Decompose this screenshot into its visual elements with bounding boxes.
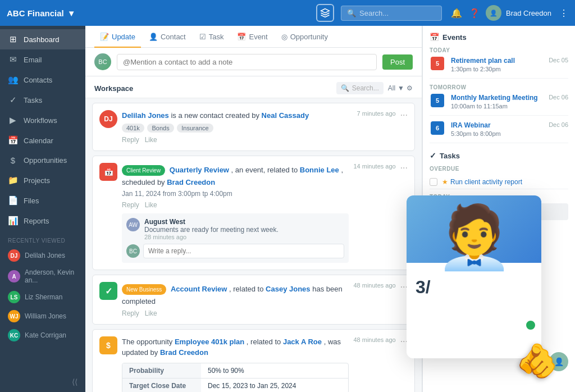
- reply-action-2[interactable]: Reply: [122, 201, 139, 209]
- recent-name-3: Liz Sherman: [25, 293, 62, 301]
- reports-icon: 📊: [8, 216, 18, 226]
- recent-item-1[interactable]: DJ Delilah Jones: [0, 246, 85, 265]
- sidebar-item-reports[interactable]: 📊 Reports: [0, 211, 85, 231]
- reply-text-input[interactable]: [143, 244, 344, 258]
- feed-related-3[interactable]: Casey Jones: [266, 285, 311, 293]
- like-action-1[interactable]: Like: [145, 136, 157, 144]
- feed-more-2[interactable]: ···: [400, 163, 408, 173]
- task-title-1[interactable]: ★ Run client activity report: [442, 178, 522, 186]
- sidebar-item-projects[interactable]: 📁 Projects: [0, 170, 85, 190]
- brand[interactable]: ABC Financial ▼: [7, 8, 76, 18]
- workspace-filter[interactable]: All ▼ ⚙: [388, 84, 413, 92]
- feed-author-4[interactable]: Brad Creedon: [160, 348, 208, 357]
- recent-item-2[interactable]: A Anderson, Kevin an...: [0, 265, 85, 288]
- reply-user-avatar: BC: [126, 244, 140, 258]
- tag-1-1[interactable]: 401k: [122, 124, 144, 133]
- feed-title-3[interactable]: Account Review: [171, 285, 227, 293]
- reply-action-1[interactable]: Reply: [122, 136, 139, 144]
- sidebar-item-tasks[interactable]: ✓ Tasks: [0, 90, 85, 110]
- more-icon[interactable]: ⋮: [559, 8, 568, 19]
- search-input[interactable]: [359, 9, 436, 17]
- sidebar-item-files[interactable]: 📄 Files: [0, 190, 85, 211]
- event-time-1: 1:30pm to 2:30pm: [451, 66, 568, 72]
- event-date-label-2: Dec 06: [549, 94, 568, 101]
- tab-task[interactable]: ☑ Task: [194, 26, 230, 48]
- workspace-search[interactable]: 🔍 Search...: [336, 82, 384, 94]
- calendar-icon: 📅: [8, 135, 18, 145]
- search-box[interactable]: 🔍: [341, 6, 442, 21]
- opp-row-1: Probability 50% to 90%: [122, 363, 348, 379]
- sidebar-item-workflows[interactable]: ▶ Workflows: [0, 110, 85, 130]
- recent-avatar-2: A: [8, 270, 20, 282]
- feed-actions-3: Reply Like: [122, 309, 349, 317]
- post-user-avatar: BC: [94, 53, 111, 70]
- events-tomorrow-label: TOMORROW: [430, 84, 568, 90]
- sidebar-item-calendar[interactable]: 📅 Calendar: [0, 130, 85, 151]
- feed-related-2[interactable]: Bonnie Lee: [300, 166, 339, 174]
- event-row-1: Retirement plan call Dec 05: [451, 57, 568, 65]
- opp-value-2: Dec 15, 2023 to Jan 25, 2024: [201, 379, 348, 393]
- sidebar-item-dashboard[interactable]: ⊞ Dashboard: [0, 29, 85, 49]
- opp-label-1: Probability: [122, 363, 201, 378]
- recent-item-4[interactable]: WJ William Jones: [0, 307, 85, 326]
- post-input[interactable]: [117, 54, 377, 70]
- event-date-label-3: Dec 06: [549, 121, 568, 128]
- reply-text-1: Documents are ready for meeting next wee…: [144, 226, 344, 234]
- sidebar-item-email[interactable]: ✉ Email: [0, 49, 85, 70]
- contacts-icon: 👥: [8, 75, 18, 85]
- sidebar-collapse-button[interactable]: ⟨⟨: [0, 372, 85, 392]
- sidebar-item-contacts[interactable]: 👥 Contacts: [0, 70, 85, 90]
- recent-name-2: Anderson, Kevin an...: [25, 268, 77, 284]
- like-action-3[interactable]: Like: [145, 309, 157, 317]
- user-info[interactable]: 👤 Brad Creedon ⋮: [486, 5, 568, 21]
- sidebar-label-contacts: Contacts: [24, 76, 52, 84]
- event-content-1: Retirement plan call Dec 05 1:30pm to 2:…: [451, 57, 568, 72]
- events-today-label: TODAY: [430, 47, 568, 53]
- reply-section-2: AW August West Documents are ready for m…: [122, 213, 349, 263]
- feed-avatar-1: DJ: [99, 110, 117, 128]
- notification-icon[interactable]: 🔔: [451, 8, 462, 19]
- ws-filter-label: All: [388, 84, 395, 92]
- feed-author-2[interactable]: Brad Creedon: [167, 178, 215, 186]
- tab-update-label: Update: [112, 33, 135, 41]
- tab-bar: 📝 Update 👤 Contact ☑ Task 📅 Event ◎: [85, 26, 422, 48]
- tasks-section-icon: ✓: [430, 151, 436, 160]
- reply-item-1: AW August West Documents are ready for m…: [126, 218, 344, 240]
- tab-update[interactable]: 📝 Update: [94, 26, 141, 48]
- feed-title-2[interactable]: Quarterly Review: [170, 166, 229, 174]
- opp-table: Probability 50% to 90% Target Close Date…: [122, 363, 349, 393]
- feed-opp-title[interactable]: Employee 401k plan: [175, 338, 244, 346]
- cursor-hand: 🫵: [516, 341, 558, 381]
- sidebar-label-workflows: Workflows: [24, 116, 57, 125]
- recent-item-3[interactable]: LS Liz Sherman: [0, 288, 85, 307]
- tab-contact[interactable]: 👤 Contact: [143, 26, 191, 48]
- recent-item-5[interactable]: KC Kate Corrigan: [0, 326, 85, 345]
- feed-tags-1: 401k Bonds Insurance: [122, 121, 353, 134]
- sidebar-label-dashboard: Dashboard: [24, 35, 60, 44]
- post-button[interactable]: Post: [382, 54, 413, 70]
- event-title-3[interactable]: IRA Webinar: [451, 121, 491, 129]
- feed-subject-1[interactable]: Delilah Jones: [122, 111, 169, 120]
- tag-1-3[interactable]: Insurance: [177, 124, 213, 133]
- event-date-1: 5: [430, 57, 445, 72]
- reply-content-1: August West Documents are ready for meet…: [144, 218, 344, 240]
- sidebar-item-opportunities[interactable]: $ Opportunities: [0, 151, 85, 170]
- feed-item-1-header: DJ Delilah Jones is a new contact create…: [99, 110, 408, 144]
- feed-text-1: Delilah Jones is a new contact created b…: [122, 110, 353, 121]
- reply-action-3[interactable]: Reply: [122, 309, 139, 317]
- tag-1-2[interactable]: Bonds: [147, 124, 174, 133]
- event-title-2[interactable]: Monthly Marketing Meeting: [451, 94, 538, 102]
- event-title-1[interactable]: Retirement plan call: [451, 57, 515, 65]
- tasks-section-title: ✓ Tasks: [430, 151, 568, 160]
- task-checkbox-1[interactable]: [430, 178, 437, 186]
- tab-event[interactable]: 📅 Event: [231, 26, 273, 48]
- like-action-2[interactable]: Like: [145, 201, 157, 209]
- feed-more-1[interactable]: ···: [400, 110, 408, 120]
- help-icon[interactable]: ❓: [469, 8, 480, 19]
- nav-icons: 🔔 ❓: [451, 8, 480, 19]
- feed-content-3: New Business Account Review , related to…: [122, 282, 349, 317]
- feed-text-3: New Business Account Review , related to…: [122, 282, 349, 307]
- feed-related-4[interactable]: Jack A Roe: [283, 338, 322, 346]
- feed-author-1[interactable]: Neal Cassady: [262, 111, 309, 120]
- tab-opportunity[interactable]: ◎ Opportunity: [276, 26, 334, 48]
